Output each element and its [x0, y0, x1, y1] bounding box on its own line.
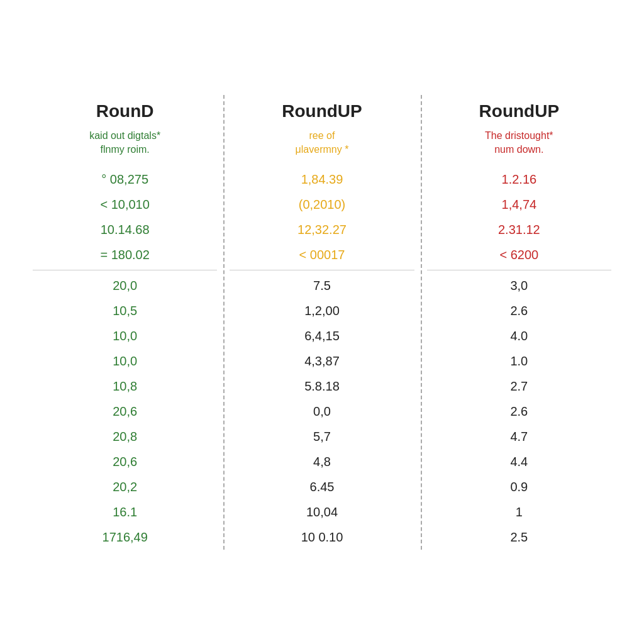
col3-header: RoundUP — [479, 95, 560, 129]
col1-highlighted-row-4: = 180.02 — [33, 242, 217, 267]
col1-row-2: 10,5 — [33, 298, 217, 323]
col2-row-5: 5.8.18 — [230, 374, 414, 399]
col3-row-7: 4.7 — [427, 424, 611, 449]
col1-highlighted-row-3: 10.14.68 — [33, 217, 217, 242]
column-roundup1: RoundUP ree ofμlavermny * 1,84.39 (0,201… — [223, 95, 420, 550]
col1-divider — [33, 270, 217, 270]
col1-row-9: 20,2 — [33, 474, 217, 499]
col2-header: RoundUP — [282, 95, 362, 129]
col2-row-4: 4,3,87 — [230, 348, 414, 374]
col1-row-1: 20,0 — [33, 273, 217, 298]
col3-highlighted-row-2: 1,4,74 — [427, 192, 611, 217]
col3-row-1: 3,0 — [427, 273, 611, 298]
col2-row-3: 6,4,15 — [230, 323, 414, 348]
col3-row-5: 2.7 — [427, 374, 611, 399]
col1-row-6: 20,6 — [33, 399, 217, 424]
col3-highlighted-row-1: 1.2.16 — [427, 167, 611, 192]
col2-row-2: 1,2,00 — [230, 298, 414, 323]
col2-highlighted-row-4: < 00017 — [230, 242, 414, 267]
col1-row-10: 16.1 — [33, 499, 217, 525]
col3-row-10: 1 — [427, 499, 611, 525]
col2-row-10: 10,04 — [230, 499, 414, 525]
col3-row-9: 0.9 — [427, 474, 611, 499]
col3-data-rows: 1.2.16 1,4,74 2.31.12 < 6200 3,0 2.6 4.0… — [427, 167, 611, 550]
col-divider-1 — [223, 95, 225, 550]
col1-data-rows: ° 08,275 < 10,010 10.14.68 = 180.02 20,0… — [33, 167, 217, 550]
col1-highlighted-row-2: < 10,010 — [33, 192, 217, 217]
col1-highlighted-row-1: ° 08,275 — [33, 167, 217, 192]
column-roundup2: RoundUP The dristought*num down. 1.2.16 … — [421, 95, 618, 550]
col1-header: RounD — [96, 95, 154, 129]
col1-subtext: kaid out digtals*flnmy roim. — [89, 129, 160, 167]
col3-highlighted-row-4: < 6200 — [427, 242, 611, 267]
col3-row-2: 2.6 — [427, 298, 611, 323]
col1-row-11: 1716,49 — [33, 525, 217, 550]
col2-row-11: 10 0.10 — [230, 525, 414, 550]
column-grid: RounD kaid out digtals*flnmy roim. ° 08,… — [26, 95, 618, 550]
col2-highlighted-row-2: (0,2010) — [230, 192, 414, 217]
column-round: RounD kaid out digtals*flnmy roim. ° 08,… — [26, 95, 223, 550]
col1-row-4: 10,0 — [33, 348, 217, 374]
col2-highlighted-row-3: 12,32.27 — [230, 217, 414, 242]
col1-row-7: 20,8 — [33, 424, 217, 449]
col2-row-7: 5,7 — [230, 424, 414, 449]
col3-row-11: 2.5 — [427, 525, 611, 550]
col2-data-rows: 1,84.39 (0,2010) 12,32.27 < 00017 7.5 1,… — [230, 167, 414, 550]
col2-subtext: ree ofμlavermny * — [296, 129, 349, 167]
col3-row-4: 1.0 — [427, 348, 611, 374]
col2-row-1: 7.5 — [230, 273, 414, 298]
col2-divider — [230, 270, 414, 270]
col2-row-6: 0,0 — [230, 399, 414, 424]
col-divider-2 — [421, 95, 422, 550]
col3-subtext: The dristought*num down. — [485, 129, 553, 167]
col1-row-8: 20,6 — [33, 449, 217, 474]
col3-row-3: 4.0 — [427, 323, 611, 348]
col2-row-8: 4,8 — [230, 449, 414, 474]
col3-divider — [427, 270, 611, 270]
col2-highlighted-row-1: 1,84.39 — [230, 167, 414, 192]
col1-row-5: 10,8 — [33, 374, 217, 399]
col3-row-6: 2.6 — [427, 399, 611, 424]
col3-row-8: 4.4 — [427, 449, 611, 474]
main-table: RounD kaid out digtals*flnmy roim. ° 08,… — [20, 82, 624, 562]
col3-highlighted-row-3: 2.31.12 — [427, 217, 611, 242]
col2-row-9: 6.45 — [230, 474, 414, 499]
col1-row-3: 10,0 — [33, 323, 217, 348]
